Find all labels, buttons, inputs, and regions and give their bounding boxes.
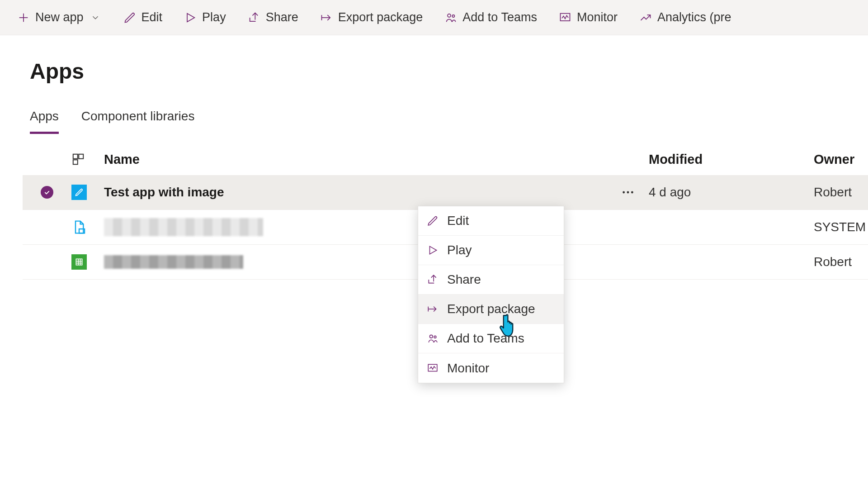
share-label: Share: [266, 10, 298, 24]
svg-point-6: [453, 14, 455, 17]
menu-share-label: Share: [447, 272, 481, 280]
column-modified[interactable]: Modified: [649, 152, 814, 167]
svg-rect-8: [73, 154, 78, 159]
play-icon: [426, 244, 439, 257]
column-owner[interactable]: Owner: [814, 152, 868, 167]
column-name[interactable]: Name: [104, 152, 607, 167]
app-modified: 4 d ago: [649, 185, 814, 200]
svg-point-5: [448, 14, 451, 17]
edit-label: Edit: [142, 10, 163, 24]
export-package-label: Export package: [338, 10, 423, 24]
edit-button[interactable]: Edit: [113, 0, 174, 35]
table-row[interactable]: Test app with image 4 d ago Robert: [23, 175, 868, 210]
pencil-icon: [123, 11, 136, 24]
toolbar: New app Edit Play Share Export package A…: [0, 0, 868, 35]
grid-icon: [71, 254, 87, 270]
redacted-text: [104, 255, 243, 269]
row-select[interactable]: [23, 186, 71, 199]
document-icon: [71, 219, 87, 235]
analytics-label: Analytics (pre: [657, 10, 731, 24]
tab-apps[interactable]: Apps: [30, 109, 59, 134]
app-name[interactable]: Test app with image: [104, 185, 607, 200]
add-to-teams-label: Add to Teams: [462, 10, 537, 24]
share-button[interactable]: Share: [237, 0, 309, 35]
app-owner: SYSTEM: [814, 220, 868, 234]
context-menu: Edit Play Share Export package Add to Te…: [418, 206, 564, 280]
checkmark-icon: [41, 186, 53, 199]
analytics-icon: [639, 11, 652, 24]
monitor-icon: [559, 11, 571, 24]
tab-component-libraries[interactable]: Component libraries: [81, 109, 195, 134]
menu-share[interactable]: Share: [418, 265, 564, 280]
play-button[interactable]: Play: [173, 0, 237, 35]
svg-rect-10: [73, 160, 78, 164]
export-package-button[interactable]: Export package: [309, 0, 434, 35]
analytics-button[interactable]: Analytics (pre: [628, 0, 742, 35]
pencil-icon: [71, 185, 87, 200]
page-header: Apps: [0, 35, 868, 84]
redacted-text: [104, 218, 263, 236]
more-icon: [618, 182, 638, 202]
share-icon: [248, 11, 260, 24]
svg-marker-20: [430, 246, 437, 254]
app-type-icon: [71, 254, 104, 270]
menu-play-label: Play: [447, 243, 472, 257]
svg-rect-15: [76, 259, 82, 265]
svg-rect-7: [560, 13, 570, 20]
row-more[interactable]: [607, 182, 649, 202]
svg-point-11: [623, 191, 625, 194]
share-icon: [426, 273, 439, 280]
chevron-down-icon: [89, 11, 102, 24]
monitor-label: Monitor: [577, 10, 618, 24]
grid-toggle-icon[interactable]: [71, 152, 104, 166]
svg-point-13: [631, 191, 633, 194]
play-icon: [184, 11, 197, 24]
app-owner: Robert: [814, 255, 868, 269]
page-title: Apps: [30, 59, 838, 84]
play-label: Play: [202, 10, 226, 24]
export-icon: [320, 11, 333, 24]
teams-icon: [444, 11, 457, 24]
svg-point-12: [627, 191, 629, 194]
table-header-row: Name Modified Owner: [23, 134, 868, 175]
tabs: Apps Component libraries: [0, 84, 868, 134]
app-type-icon: [71, 185, 104, 200]
new-app-label: New app: [35, 10, 84, 24]
plus-icon: [17, 11, 30, 24]
menu-play[interactable]: Play: [418, 236, 564, 265]
monitor-button[interactable]: Monitor: [548, 0, 628, 35]
svg-rect-9: [79, 154, 83, 159]
add-to-teams-button[interactable]: Add to Teams: [434, 0, 548, 35]
svg-marker-2: [187, 13, 194, 22]
pencil-icon: [426, 214, 439, 227]
menu-edit-label: Edit: [447, 214, 469, 228]
app-type-icon: [71, 219, 104, 235]
app-owner: Robert: [814, 185, 868, 200]
menu-edit[interactable]: Edit: [418, 206, 564, 236]
new-app-button[interactable]: New app: [6, 0, 113, 35]
